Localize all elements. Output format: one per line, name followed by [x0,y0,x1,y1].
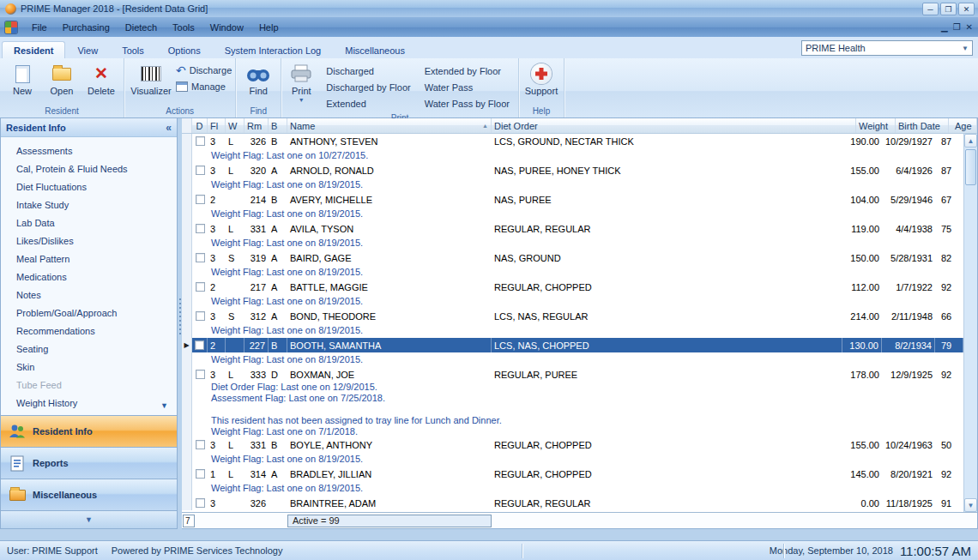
sidebar-item-weight-history[interactable]: Weight History [1,394,177,412]
column-header-age[interactable]: Age [949,118,977,133]
chevron-down-icon[interactable]: ▼ [160,401,168,410]
row-checkbox[interactable] [196,370,205,379]
grid-row[interactable]: 3L331AAVILA, TYSONREGULAR, REGULAR119.00… [182,221,963,236]
menu-item-help[interactable]: Help [251,20,287,35]
column-header-fl[interactable]: Fl [208,118,226,133]
grid-row[interactable]: 3L320AARNOLD, RONALDNAS, PUREE, HONEY TH… [182,163,963,178]
sidebar-item-recommendations[interactable]: Recommendations [1,322,177,340]
sidebar-nav-resident-info[interactable]: Resident Info [1,415,177,447]
sidebar-item-diet-fluctuations[interactable]: Diet Fluctuations [1,178,177,196]
print-option-water-pass[interactable]: Water Pass [425,80,510,96]
print-option-water-pass-by-floor[interactable]: Water Pass by Floor [425,96,510,112]
column-header-name[interactable]: Name▲ [287,118,492,133]
find-button[interactable]: Find [239,60,277,96]
row-checkbox[interactable] [196,166,205,175]
column-header-birth-date[interactable]: Birth Date [896,118,949,133]
row-indicator [182,163,192,178]
tab-tools[interactable]: Tools [110,41,156,58]
grid-row[interactable]: 3S312ABOND, THEODORELCS, NAS, REGULAR214… [182,309,963,323]
sidebar-item-meal-pattern[interactable]: Meal Pattern [1,250,177,268]
print-option-discharged-by-floor[interactable]: Discharged by Floor [326,80,410,96]
column-header-w[interactable]: W [226,118,244,133]
tab-view[interactable]: View [65,41,110,58]
grid-row[interactable]: 3L326BANTHONY, STEVENLCS, GROUND, NECTAR… [182,134,963,148]
row-checkbox[interactable] [196,282,205,292]
sidebar-nav-miscellaneous[interactable]: Miscellaneous [1,479,177,510]
sidebar-item-lab-data[interactable]: Lab Data [1,214,177,232]
sidebar-item-problem-goal-approach[interactable]: Problem/Goal/Approach [1,304,177,322]
tab-options[interactable]: Options [156,41,213,58]
delete-button[interactable]: ✕ Delete [82,60,120,96]
cell-birth-date: 1/7/1922 [882,280,935,294]
row-checkbox[interactable] [196,311,205,321]
sidebar-item-assessments[interactable]: Assessments [1,142,177,160]
ribbon-group-resident: New Open ✕ Delete Resident [0,58,124,117]
row-checkbox[interactable] [196,136,205,146]
vertical-scrollbar[interactable]: ▲ ▼ [963,134,977,512]
tab-resident[interactable]: Resident [2,41,65,58]
row-checkbox[interactable] [196,224,205,233]
sidebar-item-intake-study[interactable]: Intake Study [1,196,177,214]
mdi-close-icon[interactable]: ✕ [966,22,973,32]
row-checkbox[interactable] [196,469,205,479]
menu-item-window[interactable]: Window [202,20,251,35]
new-button[interactable]: New [3,60,41,96]
sidebar-item-skin[interactable]: Skin [1,358,177,376]
cell-w [226,496,244,510]
discharge-button[interactable]: ↶ Discharge [176,64,232,76]
print-option-discharged[interactable]: Discharged [326,63,410,80]
sidebar-item-tube-feed[interactable]: Tube Feed [1,376,177,394]
menu-item-tools[interactable]: Tools [165,20,202,35]
column-header-b[interactable]: B [269,118,287,133]
collapse-left-icon[interactable]: « [166,122,172,134]
menu-item-purchasing[interactable]: Purchasing [55,20,118,35]
row-checkbox[interactable] [195,340,204,350]
print-option-extended-by-floor[interactable]: Extended by Floor [425,63,510,80]
grid-row[interactable]: ▶2227BBOOTH, SAMANTHALCS, NAS, CHOPPED13… [182,338,963,352]
sidebar-item-likes-dislikes[interactable]: Likes/Dislikes [1,232,177,250]
scroll-up-icon[interactable]: ▲ [964,134,977,148]
grid-row[interactable]: 3326BRAINTREE, ADAMREGULAR, REGULAR0.001… [182,496,963,510]
close-icon[interactable]: ✕ [958,3,975,15]
scrollbar-thumb[interactable] [965,149,976,185]
grid-row[interactable]: 3S319ABAIRD, GAGENAS, GROUND150.005/28/1… [182,250,963,265]
grid-row[interactable]: 3L333DBOXMAN, JOEREGULAR, PUREE178.0012/… [182,367,963,382]
column-header-diet-order[interactable]: Diet Order [492,118,856,133]
sidebar-nav-reports[interactable]: Reports [1,447,177,479]
mdi-restore-icon[interactable]: ❐ [953,22,961,32]
sidebar-item-seating[interactable]: Seating [1,340,177,358]
profile-dropdown[interactable]: PRIME Health ▼ [801,40,973,56]
menu-item-dietech[interactable]: Dietech [118,20,165,35]
manage-button[interactable]: Manage [176,81,232,92]
row-checkbox[interactable] [196,440,205,449]
row-checkbox[interactable] [196,195,205,204]
restore-icon[interactable]: ❐ [940,3,957,15]
tab-miscellaneous[interactable]: Miscellaneous [333,41,417,58]
support-button[interactable]: Support [522,60,560,96]
chevron-down-icon[interactable]: ▼ [1,510,177,528]
sidebar-item-notes[interactable]: Notes [1,286,177,304]
row-checkbox[interactable] [196,498,205,508]
print-option-extended[interactable]: Extended [326,96,410,112]
cell-name: BATTLE, MAGGIE [287,280,492,294]
menu-item-file[interactable]: File [24,20,55,35]
grid-row[interactable]: 1L314ABRADLEY, JILLIANREGULAR, CHOPPED14… [182,467,963,481]
flag-line: Weight Flag: Last one on 7/1/2018. [211,426,502,437]
column-header-weight[interactable]: Weight [856,118,896,133]
mdi-minimize-icon[interactable]: ▁ [941,22,948,32]
visualizer-button[interactable]: Visualizer [128,60,174,96]
column-header-rm[interactable]: Rm [244,118,269,133]
flag-text: Weight Flag: Last one on 8/19/2015. [192,452,363,467]
sidebar-item-cal-protein-fluid-needs[interactable]: Cal, Protein & Fluid Needs [1,160,177,178]
tab-system-interaction-log[interactable]: System Interaction Log [213,41,334,58]
grid-row[interactable]: 2214BAVERY, MICHELLENAS, PUREE104.005/29… [182,192,963,207]
column-header-d[interactable]: D [192,118,208,133]
grid-row[interactable]: 2217ABATTLE, MAGGIEREGULAR, CHOPPED112.0… [182,280,963,294]
grid-row[interactable]: 3L331BBOYLE, ANTHONYREGULAR, CHOPPED155.… [182,437,963,452]
open-button[interactable]: Open [43,60,81,96]
minimize-icon[interactable]: ─ [922,3,939,15]
row-checkbox[interactable] [196,253,205,262]
print-button[interactable]: Print ▼ [285,60,317,103]
sidebar-item-medications[interactable]: Medications [1,268,177,286]
scroll-down-icon[interactable]: ▼ [964,498,977,512]
